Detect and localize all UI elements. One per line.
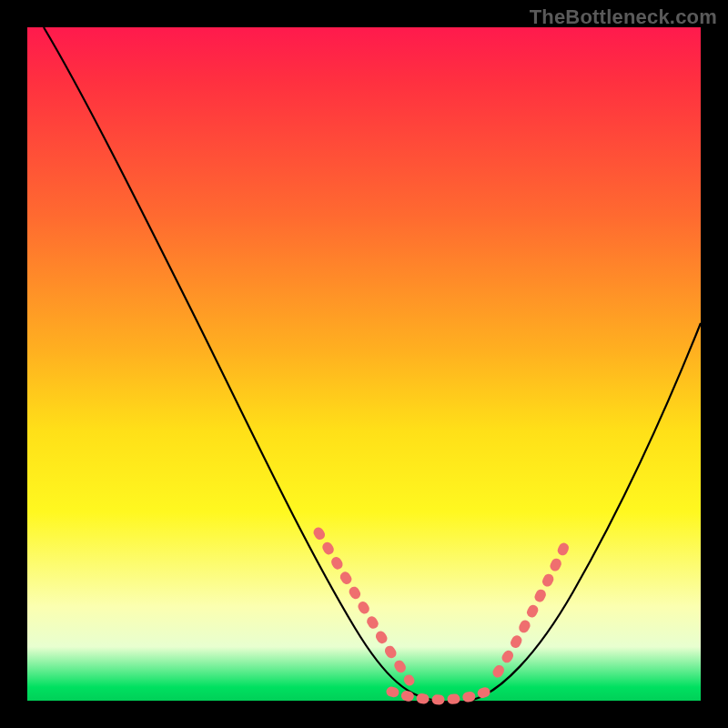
plot-area: [27, 27, 701, 701]
watermark-text: TheBottleneck.com: [530, 5, 717, 29]
curve-layer: [27, 27, 701, 701]
right-curve: [473, 323, 701, 700]
left-dotted: [318, 532, 410, 681]
left-curve: [44, 27, 432, 700]
bottom-dotted: [391, 692, 487, 700]
chart-frame: TheBottleneck.com: [0, 0, 728, 728]
